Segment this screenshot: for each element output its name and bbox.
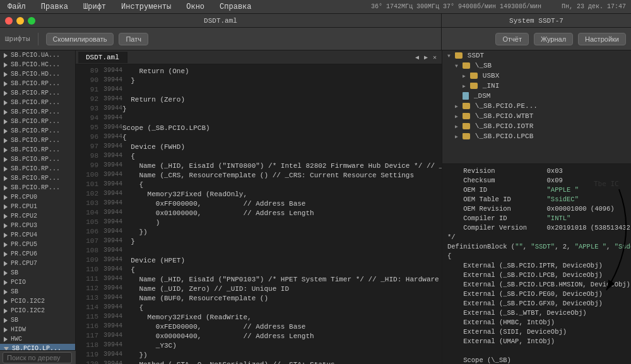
rtree-toggle-0[interactable]: ▼ <box>447 53 451 59</box>
sidebar-item-16[interactable]: PR.CPU1 <box>0 202 75 211</box>
tree-toggle-12[interactable] <box>4 167 8 172</box>
tree-toggle-18[interactable] <box>4 223 8 228</box>
sidebar-item-2[interactable]: SB.PCIO.HD... <box>0 69 75 79</box>
sidebar-item-21[interactable]: PR.CPU6 <box>0 249 75 259</box>
sidebar-item-7[interactable]: SB.PCIO.RP... <box>0 117 75 126</box>
tree-toggle-10[interactable] <box>4 148 8 153</box>
tree-toggle-14[interactable] <box>4 185 8 191</box>
sidebar-item-20[interactable]: PR.CPU5 <box>0 240 75 249</box>
tree-toggle-4[interactable] <box>4 91 8 96</box>
tree-toggle-29[interactable] <box>4 327 8 332</box>
sidebar-item-11[interactable]: SB.PCIO.RP... <box>0 155 75 164</box>
rtree-toggle-2[interactable]: ▶ <box>463 73 466 79</box>
tree-toggle-1[interactable] <box>4 62 8 68</box>
sidebar-item-12[interactable]: SB.PCIO.RP... <box>0 164 75 173</box>
sidebar-item-28[interactable]: SB <box>0 315 75 325</box>
rtree-item-7[interactable]: ▶\_SB.PCIO.IOTR <box>442 121 631 131</box>
tree-toggle-23[interactable] <box>4 271 8 276</box>
tree-toggle-7[interactable] <box>4 119 8 124</box>
sidebar-item-25[interactable]: SB <box>0 287 75 296</box>
sidebar-item-22[interactable]: PR.CPU7 <box>0 259 75 268</box>
compile-button[interactable]: Скомпилировать <box>46 33 114 45</box>
tree-toggle-30[interactable] <box>4 337 8 342</box>
rtree-item-3[interactable]: ▶_INI <box>442 81 631 91</box>
rtree-item-4[interactable]: _DSM <box>442 91 631 101</box>
sidebar-item-10[interactable]: SB.PCIO.RP... <box>0 145 75 155</box>
sidebar-item-4[interactable]: SB.PCIO.RP... <box>0 88 75 98</box>
tree-toggle-13[interactable] <box>4 176 8 181</box>
sidebar-item-6[interactable]: SB.PCIO.RP... <box>0 107 75 117</box>
tree-toggle-25[interactable] <box>4 290 8 295</box>
sidebar-item-8[interactable]: SB.PCIO.RP... <box>0 126 75 136</box>
sidebar-item-label-1: SB.PCIO.HC... <box>11 61 60 68</box>
close-button[interactable] <box>5 17 13 25</box>
nav-prev[interactable]: ◀ <box>413 54 422 61</box>
sidebar-item-17[interactable]: PR.CPU2 <box>0 211 75 221</box>
sidebar-item-14[interactable]: SB.PCIO.RP... <box>0 183 75 192</box>
nav-next[interactable]: ▶ <box>422 54 430 61</box>
rtree-item-2[interactable]: ▶USBX <box>442 71 631 81</box>
rtree-toggle-8[interactable]: ▶ <box>455 134 458 139</box>
sidebar-item-9[interactable]: SB.PCIO.RP... <box>0 136 75 145</box>
tree-toggle-6[interactable] <box>4 110 8 115</box>
nav-close[interactable]: ✕ <box>430 54 439 61</box>
journal-button[interactable]: Журнал <box>534 33 573 45</box>
sidebar-item-13[interactable]: SB.PCIO.RP... <box>0 173 75 183</box>
tree-toggle-24[interactable] <box>4 280 8 285</box>
tree-toggle-11[interactable] <box>4 157 8 162</box>
notes-button[interactable]: Отчёт <box>495 33 528 45</box>
sidebar-item-26[interactable]: PCIO.I2C2 <box>0 296 75 306</box>
tree-toggle-26[interactable] <box>4 299 8 304</box>
rtree-item-0[interactable]: ▼SSDT <box>442 50 631 61</box>
prefs-button[interactable]: Настройки <box>578 33 626 45</box>
maximize-button[interactable] <box>28 17 35 25</box>
editor-tab-dsdt[interactable]: DSDT.aml <box>78 52 127 63</box>
sidebar-tree: SB.PCIO.UA...SB.PCIO.HC...SB.PCIO.HD...S… <box>0 50 75 364</box>
tree-toggle-15[interactable] <box>4 195 8 200</box>
sidebar-item-3[interactable]: SB.PCIO.RP... <box>0 79 75 88</box>
rtree-item-6[interactable]: ▶\_SB.PCIO.WTBT <box>442 111 631 121</box>
rtree-toggle-6[interactable]: ▶ <box>455 114 458 119</box>
rtree-toggle-5[interactable]: ▶ <box>455 103 458 109</box>
menu-tools[interactable]: Инструменты <box>119 3 174 11</box>
rtree-toggle-3[interactable]: ▶ <box>463 83 466 89</box>
menu-font[interactable]: Шрифт <box>81 3 109 11</box>
sidebar-item-0[interactable]: SB.PCIO.UA... <box>0 50 75 60</box>
tree-toggle-2[interactable] <box>4 72 8 77</box>
tree-toggle-3[interactable] <box>4 81 8 86</box>
rtree-item-5[interactable]: ▶\_SB.PCIO.PE... <box>442 101 631 111</box>
minimize-button[interactable] <box>16 17 24 25</box>
sidebar-item-5[interactable]: SB.PCIO.RP... <box>0 98 75 107</box>
sidebar-item-19[interactable]: PR.CPU4 <box>0 230 75 240</box>
rtree-item-8[interactable]: ▶\_SB.PCIO.LPCB <box>442 131 631 141</box>
tree-toggle-19[interactable] <box>4 233 8 238</box>
menu-window[interactable]: Окно <box>184 3 207 11</box>
tree-toggle-8[interactable] <box>4 129 8 134</box>
sidebar-item-24[interactable]: PCIO <box>0 278 75 287</box>
menu-edit[interactable]: Правка <box>38 3 71 11</box>
tree-toggle-5[interactable] <box>4 100 8 105</box>
patch-button[interactable]: Патч <box>119 33 148 45</box>
rtree-toggle-1[interactable]: ▼ <box>455 63 458 69</box>
tree-toggle-20[interactable] <box>4 242 8 247</box>
tree-search-input[interactable] <box>3 352 72 363</box>
rtree-toggle-7[interactable]: ▶ <box>455 124 458 129</box>
sidebar-item-29[interactable]: HIDW <box>0 325 75 334</box>
tree-toggle-28[interactable] <box>4 318 8 323</box>
rtree-item-1[interactable]: ▼\_SB <box>442 61 631 71</box>
tree-toggle-17[interactable] <box>4 214 8 219</box>
tree-toggle-22[interactable] <box>4 261 8 266</box>
tree-toggle-16[interactable] <box>4 204 8 209</box>
sidebar-item-30[interactable]: HWC <box>0 334 75 344</box>
tree-toggle-21[interactable] <box>4 252 8 257</box>
sidebar-item-27[interactable]: PCIO.I2C2 <box>0 306 75 315</box>
tree-toggle-9[interactable] <box>4 138 8 143</box>
menu-file[interactable]: Файл <box>5 3 28 11</box>
menu-help[interactable]: Справка <box>217 3 254 11</box>
sidebar-item-1[interactable]: SB.PCIO.HC... <box>0 60 75 69</box>
sidebar-item-18[interactable]: PR.CPU3 <box>0 221 75 230</box>
tree-toggle-27[interactable] <box>4 308 8 314</box>
sidebar-item-15[interactable]: PR.CPU0 <box>0 192 75 202</box>
sidebar-item-23[interactable]: SB <box>0 268 75 278</box>
tree-toggle-0[interactable] <box>4 53 8 58</box>
